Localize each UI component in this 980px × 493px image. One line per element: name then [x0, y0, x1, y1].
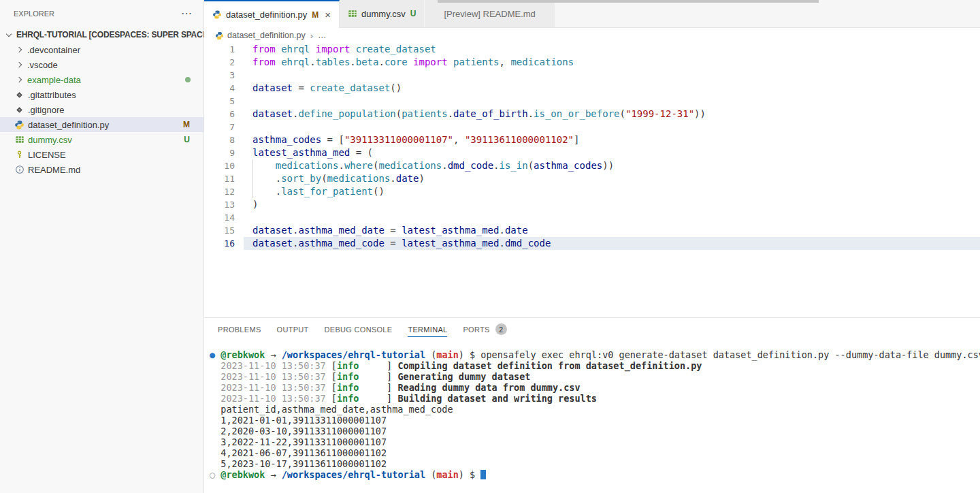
workspace-root-folder[interactable]: EHRQL-TUTORIAL [CODESPACES: SUPER SPACE …	[0, 27, 203, 42]
file-item-example-data[interactable]: example-data	[0, 72, 203, 87]
breadcrumb-file[interactable]: dataset_definition.py	[227, 31, 306, 40]
code-token: last_for_patient	[281, 186, 373, 197]
code-text: dataset.define_population(patients.date_…	[244, 108, 980, 121]
panel-tab-label: PORTS	[463, 325, 489, 334]
line-number[interactable]: 16	[204, 237, 244, 250]
code-line-11[interactable]: 11 .sort_by(medications.date)	[204, 172, 980, 185]
terminal-text: [	[331, 360, 337, 371]
code-token: .	[310, 57, 315, 67]
file-item-dummy-csv[interactable]: dummy.csvU	[0, 132, 203, 147]
file-item-dataset-definition-py[interactable]: dataset_definition.pyM	[0, 117, 203, 132]
python-icon	[215, 31, 224, 40]
tab-dataset-definition-py[interactable]: dataset_definition.pyM×	[204, 0, 340, 28]
code-token: .	[499, 238, 504, 249]
code-text	[244, 121, 980, 133]
code-token	[276, 57, 281, 67]
code-token: date	[505, 225, 528, 236]
code-token: .	[350, 57, 355, 67]
code-token: =	[293, 82, 310, 93]
code-line-9[interactable]: 9latest_asthma_med = (	[204, 146, 980, 159]
panel-tab-debug-console[interactable]: DEBUG CONSOLE	[325, 318, 393, 340]
tab-scrollbar[interactable]	[438, 0, 819, 3]
workspace-root-label: EHRQL-TUTORIAL [CODESPACES: SUPER SPACE …	[16, 30, 203, 39]
code-text	[244, 69, 980, 82]
code-token: medications	[510, 57, 574, 67]
line-number[interactable]: 8	[204, 133, 244, 146]
line-number[interactable]: 1	[204, 43, 244, 56]
code-line-1[interactable]: 1from ehrql import create_dataset	[204, 43, 980, 56]
code-line-14[interactable]: 14	[204, 211, 980, 224]
line-number[interactable]: 13	[204, 198, 244, 211]
file-label: README.md	[28, 165, 80, 175]
terminal-text: Reading dummy data from dummy.csv	[397, 382, 580, 393]
code-line-16[interactable]: 16dataset.asthma_med_code = latest_asthm…	[204, 237, 980, 250]
line-number[interactable]: 3	[204, 69, 244, 82]
tab-dummy-csv[interactable]: dummy.csvU	[340, 0, 425, 27]
code-token: from	[252, 57, 276, 67]
line-number[interactable]: 12	[204, 185, 244, 198]
file-item--gitignore[interactable]: .gitignore	[0, 102, 203, 117]
code-line-4[interactable]: 4dataset = create_dataset()	[204, 82, 980, 95]
terminal-line: 2023-11-10 13:50:37 [info ] Building dat…	[210, 393, 980, 404]
file-label: .vscode	[27, 60, 58, 70]
panel-tab-ports[interactable]: PORTS2	[463, 318, 506, 340]
panel-tab-output[interactable]: OUTPUT	[277, 318, 309, 340]
line-number[interactable]: 5	[204, 95, 244, 108]
file-item-readme-md[interactable]: README.md	[0, 162, 203, 177]
code-token: ehrql	[281, 57, 310, 67]
breadcrumb-symbol[interactable]: …	[318, 31, 327, 40]
code-editor[interactable]: 1from ehrql import create_dataset2from e…	[204, 43, 980, 317]
more-actions-icon[interactable]: ⋯	[181, 10, 193, 17]
code-line-5[interactable]: 5	[204, 95, 980, 108]
close-icon[interactable]: ×	[325, 10, 331, 20]
code-line-10[interactable]: 10 medications.where(medications.dmd_cod…	[204, 159, 980, 172]
line-number[interactable]: 10	[204, 159, 244, 172]
terminal-line: 2023-11-10 13:50:37 [info ] Compiling da…	[210, 360, 980, 371]
line-number[interactable]: 14	[204, 211, 244, 224]
file-item-license[interactable]: LICENSE	[0, 147, 203, 162]
terminal-text: (	[425, 349, 436, 360]
panel-tab-label: TERMINAL	[408, 325, 447, 334]
code-token	[276, 44, 281, 54]
code-token: "39113311000001107"	[344, 134, 453, 145]
code-line-15[interactable]: 15dataset.asthma_med_date = latest_asthm…	[204, 224, 980, 237]
code-line-6[interactable]: 6dataset.define_population(patients.date…	[204, 108, 980, 121]
code-token: import	[413, 57, 448, 67]
terminal-text: (	[425, 469, 436, 480]
tab--preview-readme-md[interactable]: [Preview] README.md	[425, 0, 555, 27]
file-item--gitattributes[interactable]: .gitattributes	[0, 87, 203, 102]
line-number[interactable]: 6	[204, 108, 244, 121]
code-line-8[interactable]: 8asthma_codes = ["39113311000001107", "3…	[204, 133, 980, 146]
license-icon	[14, 150, 24, 160]
code-text: asthma_codes = ["39113311000001107", "39…	[244, 133, 980, 146]
code-line-3[interactable]: 3	[204, 69, 980, 82]
terminal-line: 2023-11-10 13:50:37 [info ] Generating d…	[210, 371, 980, 382]
file-item--vscode[interactable]: .vscode	[0, 57, 203, 72]
code-token: tables	[316, 57, 350, 67]
line-number[interactable]: 9	[204, 146, 244, 159]
code-line-2[interactable]: 2from ehrql.tables.beta.core import pati…	[204, 56, 980, 69]
panel-tab-terminal[interactable]: TERMINAL	[408, 318, 447, 340]
code-token: is_on_or_before	[534, 108, 619, 119]
code-text: from ehrql.tables.beta.core import patie…	[244, 56, 980, 69]
code-text: dataset = create_dataset()	[244, 82, 980, 95]
file-item--devcontainer[interactable]: .devcontainer	[0, 42, 203, 57]
terminal-text	[210, 382, 220, 393]
terminal[interactable]: ● @rebkwok → /workspaces/ehrql-tutorial …	[204, 340, 980, 493]
code-token	[408, 57, 413, 67]
code-token: ehrql	[281, 44, 310, 54]
line-number[interactable]: 11	[204, 172, 244, 185]
code-line-12[interactable]: 12 .last_for_patient()	[204, 185, 980, 198]
code-line-13[interactable]: 13)	[204, 198, 980, 211]
editor-group: dataset_definition.pyM×dummy.csvU[Previe…	[204, 0, 980, 493]
panel-tab-problems[interactable]: PROBLEMS	[218, 318, 261, 340]
code-token: create_dataset	[310, 82, 390, 93]
line-number[interactable]: 2	[204, 56, 244, 69]
code-line-7[interactable]: 7	[204, 121, 980, 133]
terminal-text: →	[265, 469, 281, 480]
line-number[interactable]: 4	[204, 82, 244, 95]
terminal-text	[210, 393, 220, 404]
line-number[interactable]: 7	[204, 121, 244, 133]
line-number[interactable]: 15	[204, 224, 244, 237]
terminal-text: [	[331, 371, 337, 382]
